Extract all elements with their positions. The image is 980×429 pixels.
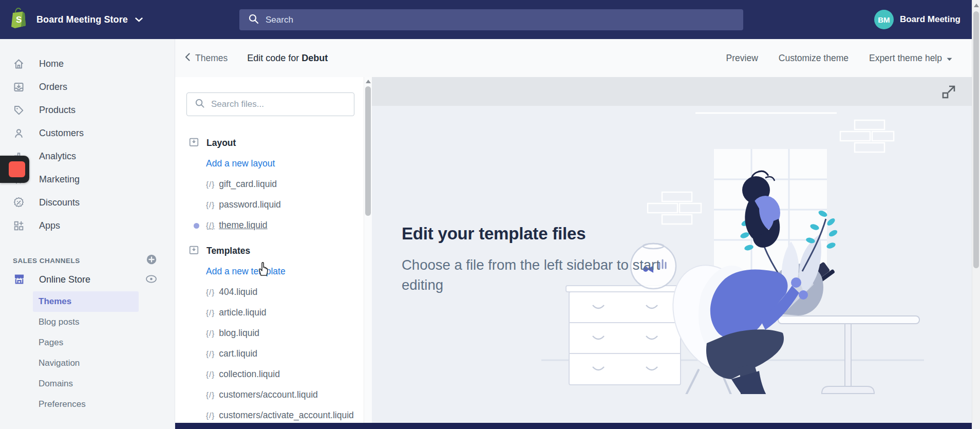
editor-canvas: Edit your template files Choose a file f… bbox=[372, 77, 972, 423]
expert-theme-help-button[interactable]: Expert theme help bbox=[869, 53, 952, 64]
code-file-icon: {/} bbox=[206, 288, 215, 296]
theme-name: Debut bbox=[301, 53, 328, 63]
sidebar-item-label: Products bbox=[39, 105, 76, 116]
file-article-liquid[interactable]: {/}article.liquid bbox=[175, 302, 364, 323]
folder-layout[interactable]: Layout bbox=[175, 133, 364, 153]
sidebar-item-label: Discounts bbox=[39, 197, 80, 208]
folder-icon bbox=[189, 137, 199, 150]
sidebar-item-products[interactable]: Products bbox=[0, 99, 175, 122]
global-search-input[interactable]: Search bbox=[239, 9, 743, 30]
file-password-liquid[interactable]: {/} password.liquid bbox=[175, 194, 364, 215]
sidebar-item-orders[interactable]: Orders bbox=[0, 76, 175, 99]
account-menu[interactable]: BM Board Meeting bbox=[874, 0, 960, 39]
scroll-up-arrow-icon[interactable] bbox=[366, 80, 371, 83]
code-file-icon: {/} bbox=[206, 329, 215, 338]
topbar: S Board Meeting Store Search BM Board Me… bbox=[0, 0, 972, 39]
sidebar-item-themes[interactable]: Themes bbox=[33, 291, 139, 312]
folder-name: Templates bbox=[206, 246, 250, 256]
sidebar-item-online-store[interactable]: Online Store bbox=[0, 268, 175, 291]
sidebar-item-discounts[interactable]: Discounts bbox=[0, 191, 175, 214]
preview-button[interactable]: Preview bbox=[726, 53, 758, 64]
file-blog-liquid[interactable]: {/}blog.liquid bbox=[175, 323, 364, 343]
sidebar-item-navigation[interactable]: Navigation bbox=[0, 353, 175, 374]
shopify-admin-window: S Board Meeting Store Search BM Board Me… bbox=[0, 0, 980, 429]
folder-templates[interactable]: Templates bbox=[175, 240, 364, 261]
apps-grid-icon bbox=[13, 220, 25, 232]
screen-recording-overlay bbox=[0, 156, 29, 183]
add-channel-icon[interactable] bbox=[146, 254, 157, 267]
file-customers-account-liquid[interactable]: {/}customers/account.liquid bbox=[175, 384, 364, 405]
file-theme-liquid[interactable]: {/} theme.liquid bbox=[175, 215, 364, 235]
current-file-dot bbox=[194, 223, 199, 229]
code-file-icon: {/} bbox=[206, 180, 215, 189]
tag-icon bbox=[13, 104, 25, 116]
sidebar-item-domains[interactable]: Domains bbox=[0, 374, 175, 394]
file-tree-panel: Search files... Layout Add a new layout … bbox=[175, 77, 364, 423]
search-files-input[interactable]: Search files... bbox=[186, 92, 354, 116]
record-stop-icon[interactable] bbox=[9, 161, 25, 177]
breadcrumb-back-themes[interactable]: Themes bbox=[185, 53, 228, 64]
browser-scrollbar[interactable] bbox=[972, 0, 980, 429]
sidebar-item-label: Orders bbox=[39, 82, 67, 92]
file-cart-liquid[interactable]: {/}cart.liquid bbox=[175, 343, 364, 364]
sidebar-item-preferences[interactable]: Preferences bbox=[0, 394, 175, 415]
scrollbar-thumb[interactable] bbox=[973, 11, 979, 268]
search-placeholder: Search bbox=[266, 15, 293, 25]
sidebar-item-label: Apps bbox=[39, 220, 60, 231]
code-file-icon: {/} bbox=[206, 390, 215, 399]
shopify-logo-icon: S bbox=[9, 7, 29, 32]
folder-name: Layout bbox=[206, 138, 236, 148]
storefront-icon bbox=[13, 273, 26, 287]
fullscreen-expand-icon[interactable] bbox=[941, 84, 956, 100]
sidebar-item-label: Customers bbox=[39, 128, 84, 139]
code-file-icon: {/} bbox=[206, 349, 215, 358]
code-file-icon: {/} bbox=[206, 308, 215, 317]
sidebar-nav: Home Orders Products Customers Analytics… bbox=[0, 39, 175, 429]
customize-theme-button[interactable]: Customize theme bbox=[779, 53, 849, 64]
store-switcher[interactable]: S Board Meeting Store bbox=[9, 7, 143, 32]
page-title: Edit code for Debut bbox=[247, 53, 328, 64]
folder-icon bbox=[189, 245, 199, 257]
sales-channels-header: SALES CHANNELS bbox=[0, 253, 175, 268]
file-collection-liquid[interactable]: {/}collection.liquid bbox=[175, 364, 364, 384]
code-file-icon: {/} bbox=[206, 411, 215, 420]
store-name: Board Meeting Store bbox=[36, 14, 128, 25]
discount-icon bbox=[13, 197, 25, 209]
sales-channels-label: SALES CHANNELS bbox=[13, 257, 146, 265]
scrollbar-thumb[interactable] bbox=[365, 86, 371, 216]
customer-icon bbox=[13, 127, 25, 139]
online-store-label: Online Store bbox=[39, 274, 132, 285]
sidebar-item-blog-posts[interactable]: Blog posts bbox=[0, 312, 175, 332]
empty-state: Edit your template files Choose a file f… bbox=[372, 106, 972, 423]
editor-toolbar bbox=[372, 77, 972, 106]
code-file-icon: {/} bbox=[206, 370, 215, 379]
file-gift-card-liquid[interactable]: {/} gift_card.liquid bbox=[175, 174, 364, 194]
search-files-placeholder: Search files... bbox=[211, 99, 264, 109]
sidebar-item-customers[interactable]: Customers bbox=[0, 122, 175, 145]
file-404-liquid[interactable]: {/}404.liquid bbox=[175, 282, 364, 302]
search-icon bbox=[248, 13, 259, 26]
page-header: Themes Edit code for Debut Preview Custo… bbox=[175, 39, 972, 77]
sidebar-item-apps[interactable]: Apps bbox=[0, 214, 175, 237]
sidebar-item-label: Home bbox=[39, 59, 64, 69]
code-file-icon: {/} bbox=[206, 221, 215, 230]
chevron-down-icon bbox=[135, 15, 143, 24]
empty-state-heading: Edit your template files bbox=[402, 224, 972, 244]
search-icon bbox=[195, 98, 205, 110]
sidebar-item-label: Marketing bbox=[39, 174, 80, 185]
account-name: Board Meeting bbox=[900, 14, 960, 25]
scroll-up-arrow-icon[interactable] bbox=[974, 4, 979, 7]
sidebar-item-pages[interactable]: Pages bbox=[0, 332, 175, 353]
sidebar-item-home[interactable]: Home bbox=[0, 52, 175, 76]
file-customers-activate-account-liquid[interactable]: {/}customers/activate_account.liquid bbox=[175, 405, 364, 423]
header-actions: Preview Customize theme Expert theme hel… bbox=[726, 39, 952, 77]
home-icon bbox=[13, 58, 25, 70]
breadcrumb-label: Themes bbox=[195, 53, 228, 64]
main-content: Themes Edit code for Debut Preview Custo… bbox=[175, 39, 972, 429]
view-store-eye-icon[interactable] bbox=[145, 275, 157, 285]
add-new-layout-link[interactable]: Add a new layout bbox=[175, 153, 364, 174]
file-panel-scrollbar[interactable] bbox=[364, 77, 372, 423]
svg-text:S: S bbox=[16, 15, 22, 25]
chevron-left-icon bbox=[185, 53, 190, 63]
avatar: BM bbox=[874, 10, 894, 29]
